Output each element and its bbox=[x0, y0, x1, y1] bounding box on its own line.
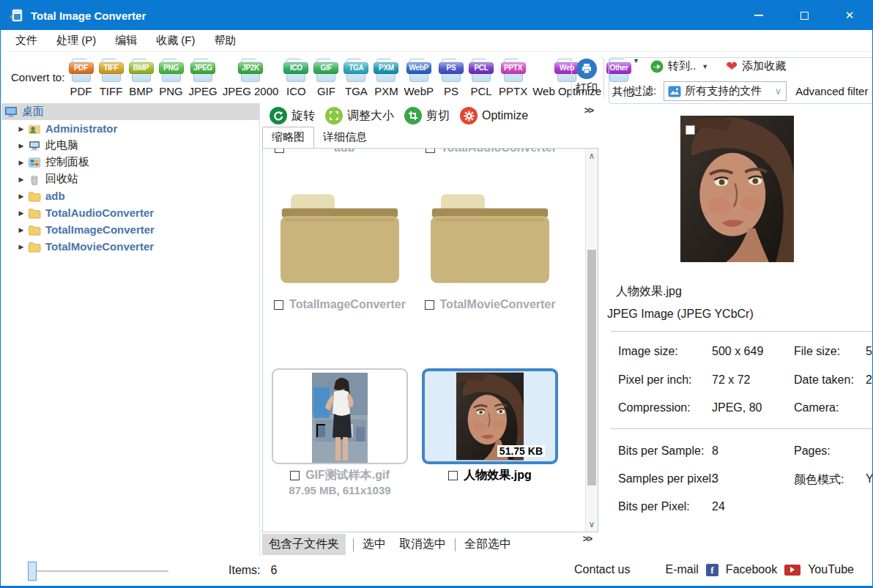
advanced-filter-link[interactable]: Advanced filter bbox=[795, 85, 868, 97]
tree-item-recycle-bin[interactable]: ▶ 回收站 bbox=[1, 171, 259, 187]
add-favorite-button[interactable]: ❤ 添加收藏 bbox=[726, 59, 786, 73]
item-checkbox[interactable] bbox=[426, 149, 435, 153]
expand-arrow-icon[interactable]: ▶ bbox=[18, 193, 25, 200]
format-bmp-button[interactable]: BMP BMP bbox=[126, 57, 156, 97]
file-card[interactable] bbox=[272, 368, 408, 464]
optimize-button[interactable]: Optimize bbox=[460, 107, 528, 124]
item-checkbox[interactable] bbox=[290, 471, 300, 480]
format-gif-button[interactable]: GIF GIF bbox=[311, 57, 341, 97]
tree-item-adb[interactable]: ▶ adb bbox=[1, 187, 259, 204]
goto-button[interactable]: 转到.. ▼ bbox=[650, 59, 708, 73]
menu-file[interactable]: 文件 bbox=[6, 31, 47, 51]
tree-item-desktop[interactable]: 桌面 bbox=[1, 103, 259, 120]
expand-arrow-icon[interactable]: ▶ bbox=[18, 226, 25, 234]
format-pdf-button[interactable]: PDF PDF bbox=[66, 57, 96, 97]
email-link[interactable]: E-mail bbox=[666, 563, 699, 576]
expand-arrow-icon[interactable]: ▶ bbox=[18, 159, 25, 166]
vertical-scrollbar[interactable]: ∧ ∨ bbox=[585, 149, 598, 532]
tree-item-administrator[interactable]: ▶ Administrator bbox=[1, 120, 259, 137]
contact-us-link[interactable]: Contact us bbox=[574, 563, 630, 576]
item-checkbox[interactable] bbox=[425, 300, 434, 310]
selbar-overflow-icon[interactable]: >> bbox=[583, 533, 591, 544]
grid-item-adb-clipped[interactable]: adb bbox=[275, 149, 354, 155]
facebook-icon[interactable]: f bbox=[706, 564, 718, 576]
toolbar-separator bbox=[603, 58, 604, 97]
tree-item-this-pc[interactable]: ▶ 此电脑 bbox=[1, 137, 259, 154]
slider-track[interactable] bbox=[37, 570, 168, 572]
scroll-down-icon[interactable]: ∨ bbox=[586, 518, 598, 530]
tree-item-totalaudioconverter[interactable]: ▶ TotalAudioConverter bbox=[1, 204, 259, 221]
grid-item-folder[interactable]: TotalMovieConverter bbox=[422, 184, 558, 311]
tab-details[interactable]: 详细信息 bbox=[314, 127, 376, 148]
grid-item-jpg-file[interactable]: 51.75 KB 人物效果.jpg bbox=[422, 368, 558, 483]
details-pane: 人物效果.jpg JPEG Image (JPEG YCbCr) Image s… bbox=[601, 103, 873, 556]
minimize-button[interactable] bbox=[736, 1, 781, 30]
property-row: Compression:JPEG, 80 Camera: bbox=[601, 401, 873, 416]
expand-arrow-icon[interactable]: ▶ bbox=[18, 209, 25, 217]
format-pxm-button[interactable]: PXM PXM bbox=[371, 57, 401, 97]
check-all-button[interactable]: 全部选中 bbox=[463, 537, 513, 552]
image-actions-toolbar: 旋转 调整大小 剪切 bbox=[261, 103, 600, 128]
scroll-up-icon[interactable]: ∧ bbox=[586, 150, 598, 162]
youtube-icon[interactable] bbox=[784, 565, 800, 576]
format-pptx-button[interactable]: PPTX PPTX bbox=[496, 57, 530, 97]
format-jpeg2000-button[interactable]: JP2K JPEG 2000 bbox=[220, 57, 281, 97]
menu-favorites[interactable]: 收藏 (F) bbox=[146, 31, 204, 51]
big-folder-icon bbox=[426, 184, 554, 292]
tab-thumbnails[interactable]: 缩略图 bbox=[262, 127, 314, 148]
crop-button[interactable]: 剪切 bbox=[404, 107, 450, 124]
tree-item-totalmovieconverter[interactable]: ▶ TotalMovieConverter bbox=[1, 238, 259, 255]
crop-icon bbox=[404, 107, 422, 124]
file-card-selected[interactable]: 51.75 KB bbox=[422, 368, 558, 464]
facebook-link[interactable]: Facebook bbox=[726, 563, 777, 576]
check-button[interactable]: 选中 bbox=[361, 537, 387, 552]
format-tga-button[interactable]: TGA TGA bbox=[341, 57, 371, 97]
grid-item-totalaudioconverter-clipped[interactable]: TotalAudioConverter bbox=[426, 149, 557, 155]
property-row: Pixel per inch:72 x 72 Date taken:2 bbox=[601, 373, 873, 388]
goto-arrow-icon bbox=[650, 60, 664, 73]
grid-item-gif-file[interactable]: GIF测试样本.gif 87.95 MB, 611x1039 bbox=[272, 368, 408, 496]
format-pcl-button[interactable]: PCL PCL bbox=[466, 57, 496, 97]
format-jpeg-button[interactable]: JPEG JPEG bbox=[186, 57, 220, 97]
uncheck-button[interactable]: 取消选中 bbox=[398, 537, 447, 552]
format-ps-button[interactable]: PS PS bbox=[436, 57, 466, 97]
format-ico-button[interactable]: ICO ICO bbox=[281, 57, 311, 97]
property-row: Bits per Sample:8 Pages: bbox=[601, 444, 873, 459]
include-subfolders-button[interactable]: 包含子文件夹 bbox=[262, 534, 346, 555]
item-checkbox[interactable] bbox=[448, 471, 458, 480]
menu-edit[interactable]: 编辑 bbox=[105, 31, 146, 51]
print-button[interactable]: 打印 bbox=[576, 59, 598, 95]
rotate-button[interactable]: 旋转 bbox=[270, 107, 315, 124]
format-webp-button[interactable]: WebP WebP bbox=[401, 57, 436, 97]
resize-button[interactable]: 调整大小 bbox=[325, 107, 394, 124]
format-png-button[interactable]: PNG PNG bbox=[156, 57, 186, 97]
selection-bar: 包含子文件夹 选中 取消选中 全部选中 >> bbox=[262, 533, 598, 556]
expand-arrow-icon[interactable]: ▶ bbox=[18, 142, 25, 149]
heart-icon: ❤ bbox=[726, 60, 738, 73]
thumbnail-size-slider[interactable] bbox=[28, 560, 174, 582]
filter-label: 过滤: bbox=[631, 84, 656, 98]
desktop-icon bbox=[4, 106, 18, 118]
tree-item-totalimageconverter[interactable]: ▶ TotalImageConverter bbox=[1, 221, 259, 238]
app-window: Total Image Converter ✕ 文件 处理 (P) 编辑 收藏 … bbox=[0, 0, 873, 588]
maximize-button[interactable] bbox=[781, 1, 827, 30]
format-tiff-button[interactable]: TIFF TIFF bbox=[96, 57, 126, 97]
scrollbar-thumb[interactable] bbox=[587, 250, 596, 485]
menu-help[interactable]: 帮助 bbox=[205, 31, 246, 51]
tree-item-control-panel[interactable]: ▶ 控制面板 bbox=[1, 154, 259, 171]
youtube-link[interactable]: YouTube bbox=[808, 563, 854, 576]
toolbar-overflow-icon[interactable]: >> bbox=[584, 105, 592, 116]
item-checkbox[interactable] bbox=[274, 300, 283, 310]
menu-process[interactable]: 处理 (P) bbox=[47, 31, 105, 51]
preview-checkbox[interactable] bbox=[686, 125, 695, 135]
item-checkbox[interactable] bbox=[275, 149, 284, 153]
expand-arrow-icon[interactable]: ▶ bbox=[18, 243, 25, 250]
slider-handle[interactable] bbox=[28, 562, 37, 581]
resize-icon bbox=[325, 107, 343, 124]
expand-arrow-icon[interactable]: ▶ bbox=[18, 125, 25, 133]
filter-dropdown[interactable]: 所有支持的文件 ∨ bbox=[664, 81, 787, 101]
close-button[interactable]: ✕ bbox=[827, 1, 872, 30]
expand-arrow-icon[interactable]: ▶ bbox=[18, 176, 25, 183]
separator bbox=[455, 538, 456, 551]
grid-item-folder[interactable]: TotalImageConverter bbox=[272, 184, 408, 311]
